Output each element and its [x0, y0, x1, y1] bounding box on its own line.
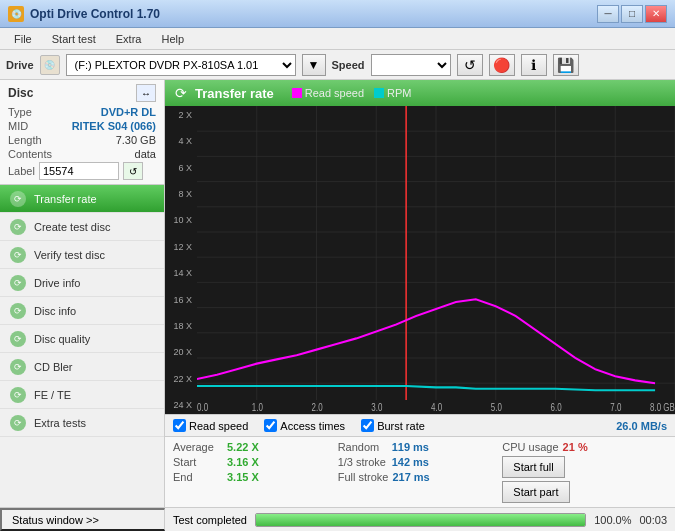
access-times-checkbox-label: Access times: [280, 420, 345, 432]
stat-group-2: Random 119 ms 1/3 stroke 142 ms Full str…: [338, 441, 503, 503]
chart-controls: Read speed Access times Burst rate 26.0 …: [165, 414, 675, 436]
completed-text: Test completed: [173, 514, 247, 526]
start-label: Start: [173, 456, 223, 468]
checkbox-access-times[interactable]: Access times: [264, 419, 345, 432]
y-label-14: 14 X: [167, 268, 195, 278]
disc-length-value: 7.30 GB: [116, 134, 156, 146]
y-label-6: 6 X: [167, 163, 195, 173]
drive-toolbar: Drive 💿 (F:) PLEXTOR DVDR PX-810SA 1.01 …: [0, 50, 675, 80]
nav-disc-info[interactable]: ⟳ Disc info: [0, 297, 164, 325]
average-value: 5.22 X: [227, 441, 259, 453]
y-label-8: 8 X: [167, 189, 195, 199]
checkbox-burst-rate[interactable]: Burst rate: [361, 419, 425, 432]
disc-label-refresh-button[interactable]: ↺: [123, 162, 143, 180]
burst-rate-checkbox[interactable]: [361, 419, 374, 432]
y-label-20: 20 X: [167, 347, 195, 357]
nav-extra-tests[interactable]: ⟳ Extra tests: [0, 409, 164, 437]
nav-create-test-disc[interactable]: ⟳ Create test disc: [0, 213, 164, 241]
stroke1-label: 1/3 stroke: [338, 456, 388, 468]
disc-mid-label: MID: [8, 120, 28, 132]
disc-mid-row: MID RITEK S04 (066): [8, 120, 156, 132]
nav-cd-bler[interactable]: ⟳ CD Bler: [0, 353, 164, 381]
start-full-button[interactable]: Start full: [502, 456, 564, 478]
nav-create-icon: ⟳: [10, 219, 26, 235]
disc-title: Disc: [8, 86, 33, 100]
svg-text:0.0: 0.0: [197, 401, 209, 414]
status-bar: Status window >> Test completed 100.0% 0…: [0, 507, 675, 531]
title-bar: 💿 Opti Drive Control 1.70 ─ □ ✕: [0, 0, 675, 28]
svg-text:8.0 GB: 8.0 GB: [650, 401, 675, 414]
stat-stroke1: 1/3 stroke 142 ms: [338, 456, 503, 468]
nav-transfer-rate-label: Transfer rate: [34, 193, 97, 205]
title-bar-controls: ─ □ ✕: [597, 5, 667, 23]
status-window-button[interactable]: Status window >>: [0, 508, 165, 531]
disc-label-input[interactable]: [39, 162, 119, 180]
menu-start-test[interactable]: Start test: [42, 31, 106, 47]
minimize-button[interactable]: ─: [597, 5, 619, 23]
svg-text:7.0: 7.0: [610, 401, 622, 414]
stat-group-1: Average 5.22 X Start 3.16 X End 3.15 X: [173, 441, 338, 503]
y-label-4: 4 X: [167, 136, 195, 146]
disc-mid-value: RITEK S04 (066): [72, 120, 156, 132]
start-value: 3.16 X: [227, 456, 259, 468]
content-area: Disc ↔ Type DVD+R DL MID RITEK S04 (066)…: [0, 80, 675, 507]
legend-read-speed-label: Read speed: [305, 87, 364, 99]
chart-title: Transfer rate: [195, 86, 274, 101]
speed-refresh-button[interactable]: ↺: [457, 54, 483, 76]
y-label-12: 12 X: [167, 242, 195, 252]
chart-header: ⟳ Transfer rate Read speed RPM: [165, 80, 675, 106]
nav-disc-quality[interactable]: ⟳ Disc quality: [0, 325, 164, 353]
y-label-18: 18 X: [167, 321, 195, 331]
read-speed-checkbox[interactable]: [173, 419, 186, 432]
speed-select[interactable]: [371, 54, 451, 76]
legend-rpm-label: RPM: [387, 87, 411, 99]
menu-help[interactable]: Help: [151, 31, 194, 47]
disc-label-row: Label ↺: [8, 162, 156, 180]
disc-type-value: DVD+R DL: [101, 106, 156, 118]
drive-refresh-button[interactable]: ▼: [302, 54, 326, 76]
random-label: Random: [338, 441, 388, 453]
disc-type-label: Type: [8, 106, 32, 118]
y-label-24: 24 X: [167, 400, 195, 410]
access-times-checkbox[interactable]: [264, 419, 277, 432]
drive-select[interactable]: (F:) PLEXTOR DVDR PX-810SA 1.01: [66, 54, 296, 76]
maximize-button[interactable]: □: [621, 5, 643, 23]
sidebar: Disc ↔ Type DVD+R DL MID RITEK S04 (066)…: [0, 80, 165, 507]
nav-fe-te[interactable]: ⟳ FE / TE: [0, 381, 164, 409]
drive-label: Drive: [6, 59, 34, 71]
nav-transfer-rate[interactable]: ⟳ Transfer rate: [0, 185, 164, 213]
nav-drive-info[interactable]: ⟳ Drive info: [0, 269, 164, 297]
nav-drive-info-label: Drive info: [34, 277, 80, 289]
legend-rpm-dot: [374, 88, 384, 98]
nav-fe-te-icon: ⟳: [10, 387, 26, 403]
disc-length-label: Length: [8, 134, 42, 146]
app-icon: 💿: [8, 6, 24, 22]
disc-type-row: Type DVD+R DL: [8, 106, 156, 118]
cpu-value: 21 %: [563, 441, 588, 453]
nav-disc-info-label: Disc info: [34, 305, 76, 317]
erase-button[interactable]: 🔴: [489, 54, 515, 76]
stat-cpu: CPU usage 21 %: [502, 441, 667, 453]
disc-panel: Disc ↔ Type DVD+R DL MID RITEK S04 (066)…: [0, 80, 164, 185]
info-button[interactable]: ℹ: [521, 54, 547, 76]
nav-cd-bler-icon: ⟳: [10, 359, 26, 375]
nav-create-label: Create test disc: [34, 221, 110, 233]
menu-bar: File Start test Extra Help: [0, 28, 675, 50]
cpu-label: CPU usage: [502, 441, 558, 453]
svg-text:2.0: 2.0: [312, 401, 324, 414]
close-button[interactable]: ✕: [645, 5, 667, 23]
stat-end: End 3.15 X: [173, 471, 338, 483]
start-part-button[interactable]: Start part: [502, 481, 569, 503]
nav-disc-quality-label: Disc quality: [34, 333, 90, 345]
menu-extra[interactable]: Extra: [106, 31, 152, 47]
legend-read-speed: Read speed: [292, 87, 364, 99]
save-button[interactable]: 💾: [553, 54, 579, 76]
nav-cd-bler-label: CD Bler: [34, 361, 73, 373]
disc-length-row: Length 7.30 GB: [8, 134, 156, 146]
nav-verify-test-disc[interactable]: ⟳ Verify test disc: [0, 241, 164, 269]
main-layout: Drive 💿 (F:) PLEXTOR DVDR PX-810SA 1.01 …: [0, 50, 675, 531]
disc-refresh-button[interactable]: ↔: [136, 84, 156, 102]
y-label-22: 22 X: [167, 374, 195, 384]
checkbox-read-speed[interactable]: Read speed: [173, 419, 248, 432]
menu-file[interactable]: File: [4, 31, 42, 47]
